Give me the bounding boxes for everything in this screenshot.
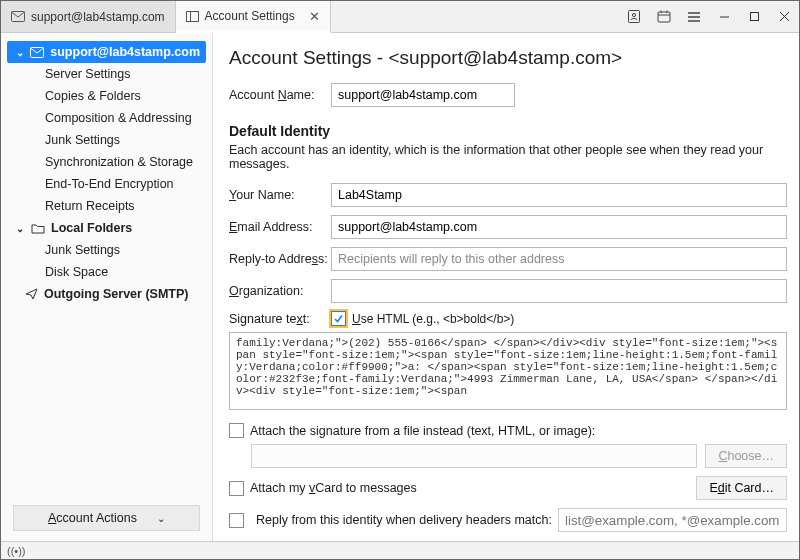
maximize-icon <box>749 11 760 22</box>
replyto-input[interactable] <box>331 247 787 271</box>
tree-label: End-To-End Encryption <box>45 177 174 191</box>
svg-rect-13 <box>750 13 758 21</box>
calendar-icon <box>657 10 671 23</box>
attach-file-row: Attach the signature from a file instead… <box>229 423 787 438</box>
connection-icon[interactable]: ((•)) <box>7 545 26 557</box>
tree-item-composition[interactable]: Composition & Addressing <box>7 107 206 129</box>
tree-label: Local Folders <box>51 221 132 235</box>
tree-item-return-receipts[interactable]: Return Receipts <box>7 195 206 217</box>
replyto-label: Reply-to Address: <box>229 252 331 266</box>
chevron-down-icon: ⌄ <box>15 47 24 58</box>
attach-vcard-label: Attach my vCard to messages <box>250 481 417 495</box>
signature-file-input <box>251 444 697 468</box>
app-window: support@lab4stamp.com Account Settings ✕ <box>0 0 800 560</box>
your-name-row: Your Name: <box>229 183 787 207</box>
account-actions-label: Account Actions <box>48 511 137 525</box>
minimize-button[interactable] <box>709 1 739 33</box>
reply-identity-row: Reply from this identity when delivery h… <box>229 508 787 532</box>
tree-item-disk-space[interactable]: Disk Space <box>7 261 206 283</box>
tab-label: Account Settings <box>205 9 295 23</box>
calendar-button[interactable] <box>649 1 679 33</box>
window-buttons <box>619 1 799 32</box>
svg-rect-5 <box>658 12 670 22</box>
page-title-prefix: Account Settings - <box>229 47 388 68</box>
chevron-down-icon: ⌄ <box>157 513 165 524</box>
reply-identity-label: Reply from this identity when delivery h… <box>256 513 552 527</box>
reply-identity-checkbox[interactable] <box>229 513 244 528</box>
email-input[interactable] <box>331 215 787 239</box>
attach-vcard-checkbox[interactable] <box>229 481 244 496</box>
your-name-label: Your Name: <box>229 188 331 202</box>
settings-panel-icon <box>186 11 199 22</box>
replyto-row: Reply-to Address: <box>229 247 787 271</box>
your-name-input[interactable] <box>331 183 787 207</box>
signature-file-row: Choose… <box>229 444 787 468</box>
organization-label: Organization: <box>229 284 331 298</box>
tree-label: Disk Space <box>45 265 108 279</box>
tree-item-smtp[interactable]: Outgoing Server (SMTP) <box>7 283 206 305</box>
mail-icon <box>11 11 25 22</box>
account-tree: ⌄ support@lab4stamp.com Server Settings … <box>7 41 206 499</box>
email-row: Email Address: <box>229 215 787 239</box>
attach-file-checkbox[interactable] <box>229 423 244 438</box>
attach-file-label: Attach the signature from a file instead… <box>250 424 595 438</box>
close-window-button[interactable] <box>769 1 799 33</box>
addressbook-button[interactable] <box>619 1 649 33</box>
email-label: Email Address: <box>229 220 331 234</box>
app-menu-button[interactable] <box>679 1 709 33</box>
page-title: Account Settings - <support@lab4stamp.co… <box>229 47 787 69</box>
tree-item-junk-settings[interactable]: Junk Settings <box>7 129 206 151</box>
tree-item-server-settings[interactable]: Server Settings <box>7 63 206 85</box>
vcard-row: Attach my vCard to messages Edit Card… <box>229 476 787 500</box>
tree-item-sync-storage[interactable]: Synchronization & Storage <box>7 151 206 173</box>
account-actions-button[interactable]: Account Actions ⌄ <box>13 505 200 531</box>
body: ⌄ support@lab4stamp.com Server Settings … <box>1 33 799 541</box>
account-name-input[interactable] <box>331 83 515 107</box>
maximize-button[interactable] <box>739 1 769 33</box>
statusbar: ((•)) <box>1 541 799 559</box>
choose-file-button: Choose… <box>705 444 787 468</box>
tree-label: Server Settings <box>45 67 130 81</box>
reply-identity-input[interactable] <box>558 508 787 532</box>
main-panel[interactable]: Account Settings - <support@lab4stamp.co… <box>213 33 799 541</box>
titlebar-spacer <box>331 1 619 32</box>
use-html-checkbox[interactable] <box>331 311 346 326</box>
tree-label: Outgoing Server (SMTP) <box>44 287 188 301</box>
tree-label: Copies & Folders <box>45 89 141 103</box>
close-tab-icon[interactable]: ✕ <box>309 10 320 23</box>
chevron-down-icon: ⌄ <box>15 223 25 234</box>
signature-textarea[interactable] <box>229 332 787 410</box>
hamburger-icon <box>687 11 701 23</box>
tab-mail-account[interactable]: support@lab4stamp.com <box>1 1 176 32</box>
organization-row: Organization: <box>229 279 787 303</box>
svg-rect-1 <box>186 11 198 21</box>
signature-text-label: Signature text: <box>229 312 331 326</box>
tree-label: Return Receipts <box>45 199 135 213</box>
tree-label: Junk Settings <box>45 243 120 257</box>
send-icon <box>25 288 38 300</box>
tree-label: Synchronization & Storage <box>45 155 193 169</box>
tree-item-e2e-encryption[interactable]: End-To-End Encryption <box>7 173 206 195</box>
tree-item-copies-folders[interactable]: Copies & Folders <box>7 85 206 107</box>
edit-card-button[interactable]: Edit Card… <box>696 476 787 500</box>
tree-item-account[interactable]: ⌄ support@lab4stamp.com <box>7 41 206 63</box>
tree-item-local-junk[interactable]: Junk Settings <box>7 239 206 261</box>
account-name-row: Account Name: <box>229 83 787 107</box>
tab-account-settings[interactable]: Account Settings ✕ <box>176 1 331 33</box>
page-title-email: <support@lab4stamp.com> <box>388 47 622 68</box>
tree-label: Junk Settings <box>45 133 120 147</box>
titlebar: support@lab4stamp.com Account Settings ✕ <box>1 1 799 33</box>
address-book-icon <box>627 10 641 23</box>
identity-description: Each account has an identity, which is t… <box>229 143 787 171</box>
mail-icon <box>30 47 44 58</box>
default-identity-heading: Default Identity <box>229 123 787 139</box>
svg-point-4 <box>632 13 635 16</box>
signature-options-row: Signature text: Use HTML (e.g., <b>bold<… <box>229 311 787 326</box>
organization-input[interactable] <box>331 279 787 303</box>
tree-label: Composition & Addressing <box>45 111 192 125</box>
check-icon <box>333 313 344 324</box>
close-icon <box>779 11 790 22</box>
use-html-label: Use HTML (e.g., <b>bold</b>) <box>352 312 514 326</box>
account-name-label: Account Name: <box>229 88 331 102</box>
tree-item-local-folders[interactable]: ⌄ Local Folders <box>7 217 206 239</box>
